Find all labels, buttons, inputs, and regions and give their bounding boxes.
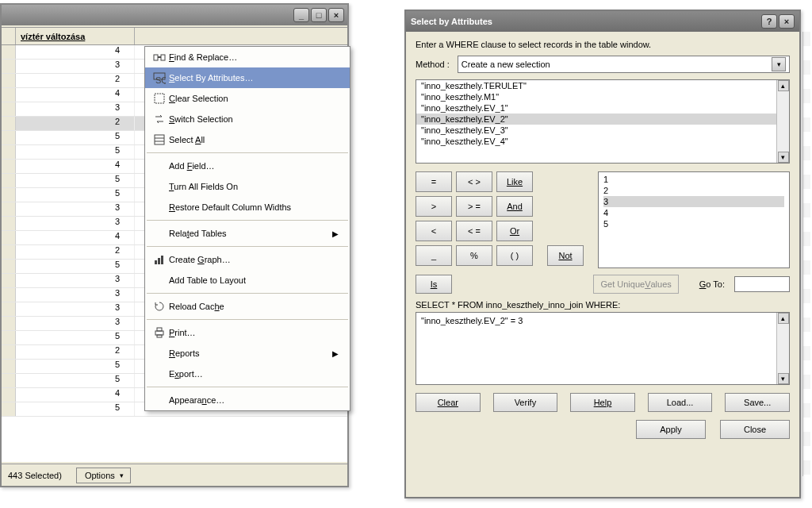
row-header[interactable] [2,331,16,344]
row-header[interactable] [2,317,16,330]
field-item[interactable]: "inno_keszthely.EV_1" [416,102,789,114]
svg-rect-11 [161,256,163,264]
menu-item[interactable]: Turn All Fields On [145,176,350,197]
menu-item[interactable]: Add Table to Layout [145,270,350,291]
close-button[interactable]: Close [720,420,790,439]
op-like[interactable]: Like [496,171,533,192]
op-eq[interactable]: = [416,171,452,192]
get-unique-values-button[interactable]: Get Unique Values [593,275,678,294]
table-status-bar: 443 Selected) Options ▾ [2,464,347,486]
field-item[interactable]: "inno_keszthely.M1" [416,91,789,102]
menu-item[interactable]: Export… [145,364,350,384]
dialog-close-button[interactable]: × [779,14,795,29]
op-underscore[interactable]: _ [416,245,452,266]
menu-item-label: Print… [169,328,339,337]
op-is[interactable]: Is [416,275,452,294]
row-header[interactable] [2,102,16,116]
goto-input[interactable] [734,276,790,292]
fields-listbox[interactable]: "inno_keszthely.TERULET""inno_keszthely.… [416,79,790,164]
save-button[interactable]: Save... [725,393,790,412]
row-header[interactable] [2,288,16,302]
row-header[interactable] [2,231,16,244]
row-header[interactable] [2,217,16,230]
op-ne[interactable]: < > [456,171,492,192]
unique-value-item[interactable]: 5 [603,218,784,229]
where-clause-textbox[interactable]: "inno_keszthely.EV_2" = 3 ▴ ▾ [416,312,790,385]
row-header[interactable] [2,60,16,73]
unique-value-item[interactable]: 1 [603,174,784,185]
row-header[interactable] [2,374,16,387]
chevron-down-icon[interactable]: ▾ [772,57,786,71]
row-header[interactable] [2,188,16,202]
unique-value-item[interactable]: 3 [603,196,784,207]
menu-item[interactable]: Select All [145,129,350,150]
row-header[interactable] [2,274,16,287]
op-le[interactable]: < = [456,221,492,241]
scroll-down-icon[interactable]: ▾ [778,373,789,384]
menu-item[interactable]: Reload Cache [145,296,350,317]
field-item[interactable]: "inno_keszthely.TERULET" [416,80,789,91]
scrollbar[interactable]: ▴ ▾ [776,80,789,163]
load-button[interactable]: Load... [648,393,713,412]
maximize-button[interactable]: □ [311,8,327,22]
column-header[interactable]: víztér változása [16,28,135,44]
clear-button[interactable]: Clear [416,393,481,412]
op-percent[interactable]: % [456,245,492,266]
op-ge[interactable]: > = [456,196,492,217]
method-combo[interactable]: Create a new selection ▾ [458,56,790,73]
row-header[interactable] [2,202,16,216]
row-header[interactable] [2,74,16,87]
row-header[interactable] [2,345,16,359]
op-lt[interactable]: < [416,221,452,241]
minimize-button[interactable]: _ [293,8,309,22]
row-header[interactable] [2,88,16,102]
verify-button[interactable]: Verify [493,393,558,412]
menu-item[interactable]: Switch Selection [145,109,350,129]
op-or[interactable]: Or [496,221,533,241]
row-header[interactable] [2,360,16,373]
op-and[interactable]: And [496,196,533,217]
menu-item[interactable]: SQLSelect By Attributes… [145,67,350,88]
field-item[interactable]: "inno_keszthely.EV_4" [416,136,789,147]
row-header[interactable] [2,145,16,159]
row-header[interactable] [2,160,16,173]
cell-value: 2 [16,117,135,130]
op-paren[interactable]: ( ) [496,245,533,266]
field-item[interactable]: "inno_keszthely.EV_2" [416,114,789,125]
row-header[interactable] [2,245,16,259]
menu-item[interactable]: Reports▶ [145,343,350,364]
cell-value: 5 [16,360,135,373]
scroll-up-icon[interactable]: ▴ [778,80,789,91]
unique-value-item[interactable]: 4 [603,207,784,218]
op-not[interactable]: Not [547,245,584,266]
apply-button[interactable]: Apply [636,420,706,439]
options-button[interactable]: Options ▾ [76,468,131,483]
row-header[interactable] [2,302,16,316]
menu-item[interactable]: Find & Replace… [145,47,350,67]
menu-item[interactable]: Create Graph… [145,249,350,270]
row-header[interactable] [2,260,16,273]
menu-item[interactable]: Appearance… [145,390,350,410]
scroll-down-icon[interactable]: ▾ [778,152,789,163]
menu-item[interactable]: Restore Default Column Widths [145,197,350,217]
row-header[interactable] [2,174,16,187]
menu-item[interactable]: Add Field… [145,156,350,176]
row-header[interactable] [2,45,16,59]
method-value: Create a new selection [462,60,772,69]
row-header[interactable] [2,402,16,416]
op-gt[interactable]: > [416,196,452,217]
menu-item[interactable]: Clear Selection [145,88,350,109]
close-button[interactable]: × [328,8,344,22]
row-header[interactable] [2,117,16,130]
help-button[interactable]: ? [761,14,777,29]
field-item[interactable]: "inno_keszthely.EV_3" [416,125,789,136]
scroll-up-icon[interactable]: ▴ [778,313,789,324]
help-button[interactable]: Help [570,393,635,412]
row-header[interactable] [2,388,16,402]
menu-item[interactable]: Related Tables▶ [145,223,350,244]
row-header[interactable] [2,131,16,144]
scrollbar[interactable]: ▴ ▾ [776,313,789,384]
unique-value-item[interactable]: 2 [603,185,784,196]
menu-item[interactable]: Print… [145,322,350,343]
unique-values-listbox[interactable]: 12345 [598,171,790,268]
